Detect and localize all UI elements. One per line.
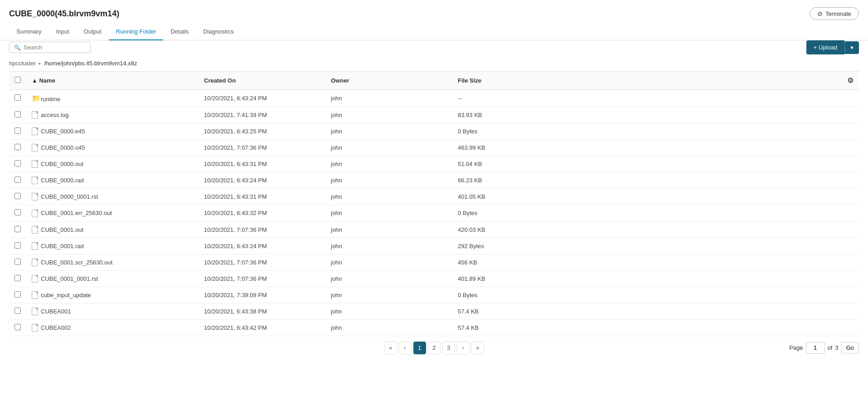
folder-icon: 📁 bbox=[32, 94, 41, 102]
tab-diagnostics[interactable]: Diagnostics bbox=[196, 24, 241, 40]
column-header-created-on: Created On bbox=[199, 72, 325, 90]
upload-dropdown-button[interactable]: ▼ bbox=[844, 41, 859, 54]
file-icon bbox=[32, 193, 38, 201]
file-name[interactable]: CUBE_0001.out bbox=[41, 226, 83, 233]
column-header-owner: Owner bbox=[325, 72, 452, 90]
pagination-first[interactable]: « bbox=[384, 342, 397, 354]
row-checkbox-10[interactable] bbox=[15, 259, 21, 265]
file-name[interactable]: CUBE_0000.o45 bbox=[41, 144, 85, 151]
file-name[interactable]: CUBE_0001_0001.rst bbox=[41, 275, 98, 282]
file-table: ▲ Name Created On Owner File Size ⚙ 📁run… bbox=[9, 71, 859, 336]
file-icon bbox=[32, 111, 38, 119]
row-checkbox-9[interactable] bbox=[15, 242, 21, 249]
table-header-row: ▲ Name Created On Owner File Size ⚙ bbox=[9, 72, 859, 90]
table-row: CUBE_0000.rad10/20/2021, 6:43:24 PMjohn6… bbox=[9, 172, 859, 189]
select-all-checkbox[interactable] bbox=[15, 77, 21, 83]
file-name[interactable]: CUBE_0000_0001.rst bbox=[41, 193, 98, 200]
file-icon bbox=[32, 259, 38, 266]
pagination-page-2[interactable]: 2 bbox=[428, 342, 441, 354]
row-checkbox-11[interactable] bbox=[15, 275, 21, 281]
file-created-on: 10/20/2021, 6:43:24 PM bbox=[199, 172, 325, 189]
row-checkbox-8[interactable] bbox=[15, 226, 21, 232]
page-number-input[interactable] bbox=[806, 342, 825, 354]
go-button[interactable]: Go bbox=[841, 342, 859, 353]
file-size: 83.93 KB bbox=[452, 107, 859, 123]
row-checkbox-12[interactable] bbox=[15, 291, 21, 298]
file-size: 292 Bytes bbox=[452, 238, 859, 254]
pagination-page-3[interactable]: 3 bbox=[442, 342, 455, 354]
row-checkbox-2[interactable] bbox=[15, 127, 21, 134]
file-created-on: 10/20/2021, 7:07:36 PM bbox=[199, 270, 325, 287]
file-name[interactable]: runtime bbox=[41, 96, 60, 103]
row-checkbox-3[interactable] bbox=[15, 144, 21, 150]
file-size: 57.4 KB bbox=[452, 319, 859, 336]
file-size: 0 Bytes bbox=[452, 205, 859, 221]
row-checkbox-13[interactable] bbox=[15, 308, 21, 314]
gear-icon[interactable]: ⚙ bbox=[847, 76, 853, 85]
row-checkbox-1[interactable] bbox=[15, 111, 21, 117]
pagination: « ‹ 1 2 3 › » Page of 3 Go bbox=[0, 336, 868, 360]
page-goto: Page of 3 Go bbox=[789, 342, 859, 354]
file-owner: john bbox=[325, 156, 452, 172]
file-name[interactable]: CUBEA001 bbox=[41, 308, 71, 315]
table-row: CUBEA00210/20/2021, 6:43:42 PMjohn57.4 K… bbox=[9, 319, 859, 336]
row-checkbox-14[interactable] bbox=[15, 324, 21, 330]
file-icon bbox=[32, 226, 38, 234]
table-row: CUBE_0000.out10/20/2021, 6:43:31 PMjohn5… bbox=[9, 156, 859, 172]
pagination-controls: « ‹ 1 2 3 › » bbox=[9, 342, 859, 354]
file-name[interactable]: CUBE_0001.scr_25630.out bbox=[41, 259, 112, 266]
file-name[interactable]: cube_input_update bbox=[41, 292, 91, 298]
table-row: CUBE_0000_0001.rst10/20/2021, 6:43:31 PM… bbox=[9, 189, 859, 205]
row-checkbox-0[interactable] bbox=[15, 94, 21, 101]
search-input[interactable] bbox=[24, 44, 86, 51]
row-checkbox-7[interactable] bbox=[15, 209, 21, 215]
file-name[interactable]: CUBE_0000.out bbox=[41, 161, 83, 167]
file-owner: john bbox=[325, 123, 452, 140]
file-icon bbox=[32, 127, 38, 135]
file-size: 57.4 KB bbox=[452, 303, 859, 319]
file-name[interactable]: CUBE_0000.rad bbox=[41, 177, 84, 184]
tab-summary[interactable]: Summary bbox=[9, 24, 49, 40]
search-icon: 🔍 bbox=[14, 44, 21, 51]
pagination-next[interactable]: › bbox=[457, 342, 470, 354]
file-name[interactable]: CUBEA002 bbox=[41, 324, 71, 331]
row-checkbox-4[interactable] bbox=[15, 160, 21, 166]
terminate-button[interactable]: ⊘ Terminate bbox=[810, 7, 859, 20]
tab-details[interactable]: Details bbox=[163, 24, 196, 40]
pagination-last[interactable]: » bbox=[471, 342, 484, 354]
tab-output[interactable]: Output bbox=[77, 24, 109, 40]
upload-button[interactable]: + Upload bbox=[806, 40, 844, 54]
tab-running-folder[interactable]: Running Folder bbox=[109, 24, 164, 40]
file-size: 0 Bytes bbox=[452, 123, 859, 140]
row-checkbox-5[interactable] bbox=[15, 176, 21, 183]
file-owner: john bbox=[325, 107, 452, 123]
file-owner: john bbox=[325, 140, 452, 156]
breadcrumb-cluster[interactable]: hpccluster bbox=[9, 60, 36, 67]
upload-area: + Upload ▼ bbox=[806, 40, 859, 54]
row-checkbox-6[interactable] bbox=[15, 193, 21, 199]
table-row: access.log10/20/2021, 7:41:39 PMjohn83.9… bbox=[9, 107, 859, 123]
file-owner: john bbox=[325, 319, 452, 336]
header: CUBE_0000(45.blrvm9vm14) ⊘ Terminate bbox=[0, 0, 868, 20]
column-header-name[interactable]: ▲ Name bbox=[26, 72, 199, 90]
pagination-page-1[interactable]: 1 bbox=[413, 342, 426, 354]
pagination-prev[interactable]: ‹ bbox=[399, 342, 412, 354]
file-created-on: 10/20/2021, 7:07:36 PM bbox=[199, 140, 325, 156]
toolbar: 🔍 + Upload ▼ bbox=[0, 40, 868, 58]
file-name[interactable]: CUBE_0001.rad bbox=[41, 243, 84, 249]
file-created-on: 10/20/2021, 6:43:24 PM bbox=[199, 90, 325, 107]
table-row: CUBE_0001.scr_25630.out10/20/2021, 7:07:… bbox=[9, 254, 859, 270]
file-name[interactable]: CUBE_0001.err_25630.out bbox=[41, 210, 112, 217]
file-name[interactable]: access.log bbox=[41, 112, 68, 118]
table-row: CUBE_0000.o4510/20/2021, 7:07:36 PMjohn4… bbox=[9, 140, 859, 156]
name-sort-label: ▲ Name bbox=[32, 77, 55, 84]
file-owner: john bbox=[325, 172, 452, 189]
terminate-icon: ⊘ bbox=[817, 10, 823, 17]
file-name[interactable]: CUBE_0000.e45 bbox=[41, 128, 85, 135]
file-size: 401.05 KB bbox=[452, 189, 859, 205]
tab-input[interactable]: Input bbox=[49, 24, 77, 40]
file-size: 463.99 KB bbox=[452, 140, 859, 156]
tab-bar: Summary Input Output Running Folder Deta… bbox=[0, 24, 868, 40]
file-icon bbox=[32, 210, 38, 217]
table-row: CUBE_0001.rad10/20/2021, 6:43:24 PMjohn2… bbox=[9, 238, 859, 254]
